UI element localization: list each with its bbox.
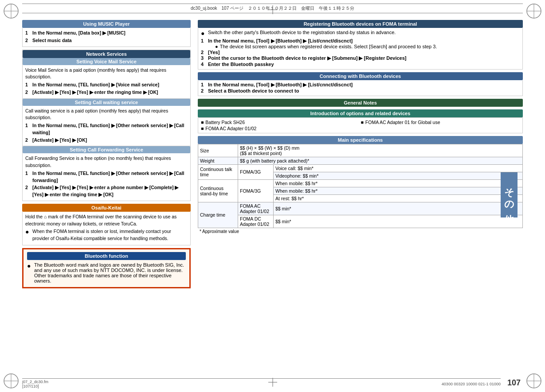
bluetooth-header: Bluetooth function — [27, 252, 186, 260]
specifications-footnote: * Approximate value — [198, 228, 523, 235]
spec-row-standby-1: Continuous stand-by time FOMA/3G When mo… — [198, 179, 523, 187]
footer-left: j07_2_dc30.fm [107/110] — [22, 380, 48, 388]
network-services-header: Network Services — [23, 50, 190, 58]
osaifu-text: Hold the ⌂ mark of the FOMA terminal ove… — [25, 213, 188, 228]
reg-step-4: 4 Enter the Bluetooth passkey — [201, 62, 520, 67]
spec-row-talk-1: Continuous talk time FOMA/3G Voice call:… — [198, 164, 523, 172]
music-step-2-text: Select music data — [32, 37, 188, 44]
connecting-section: Connecting with Bluetooth devices 1 In t… — [198, 72, 523, 96]
introduction-section: Introduction of options and related devi… — [198, 109, 523, 133]
conn-step-1: 1 In the Normal menu, [Tool] ▶ [Bluetoot… — [201, 82, 520, 88]
reg-step-1: 1 In the Normal menu, [Tool] ▶ [Bluetoot… — [201, 38, 520, 49]
footer-bar: j07_2_dc30.fm [107/110] 40300 00320 1000… — [22, 378, 501, 388]
spec-standby-sub: FOMA/3G — [238, 179, 274, 202]
bluetooth-highlight-box: Bluetooth function ● The Bluetooth word … — [22, 248, 191, 288]
footer-right: 40300 00320 10000 021-1 01000 — [442, 382, 501, 386]
registering-content: ● Switch the other party's Bluetooth dev… — [198, 28, 523, 70]
cf-step-2: 2 [Activate] ▶ [Yes] ▶ [Yes] ▶ enter a p… — [25, 184, 188, 198]
call-forwarding-content: Call Forwarding Service is a free option… — [23, 153, 190, 201]
spec-row-weight: Weight $$ g (with battery pack attached)… — [198, 157, 523, 164]
bluetooth-bullet-text: The Bluetooth word mark and logos are ow… — [34, 262, 186, 283]
intro-item-2: ■ FOMA AC Adapter 01 for Global use — [361, 120, 520, 125]
call-forwarding-header: Setting Call Forwarding Service — [23, 146, 190, 153]
spec-standby-mobile1: When mobile: $$ hr* — [274, 179, 523, 187]
spec-talk-voice: Voice call: $$ min* — [274, 164, 523, 172]
left-column: Using MUSIC Player 1 In the Normal menu,… — [22, 20, 191, 370]
conn-step-2: 2 Select a Bluetooth device to connect t… — [201, 88, 520, 93]
center-top-crosshair — [268, 5, 277, 14]
reg-step-3: 3 Point the cursor to the Bluetooth devi… — [201, 55, 520, 61]
call-forwarding-section: Setting Call Forwarding Service Call For… — [23, 146, 190, 201]
call-waiting-content: Call waiting service is a paid option (m… — [23, 106, 190, 147]
corner-top-right — [525, 2, 543, 20]
spec-row-size: Size $$ (H) × $$ (W) × $$ (D) mm($$ at t… — [198, 144, 523, 157]
intro-item-2-text: FOMA AC Adapter 01 for Global use — [365, 120, 440, 125]
spec-weight-value: $$ g (with battery pack attached)* — [238, 157, 523, 164]
spec-charge-label: Charge time — [198, 202, 238, 228]
intro-item-3-text: FOMA AC Adapter 01/02 — [205, 126, 256, 131]
voice-mail-intro: Voice Mail Service is a paid option (mon… — [25, 67, 188, 81]
music-player-section: Using MUSIC Player 1 In the Normal menu,… — [22, 20, 191, 47]
specifications-header: Main specifications — [198, 136, 523, 144]
osaifu-section: Osaifu-Keitai Hold the ⌂ mark of the FOM… — [22, 204, 191, 245]
spec-standby-rest: At rest: $$ hr* — [274, 194, 523, 202]
spec-standby-mobile2: When mobile: $$ hr* — [274, 187, 523, 194]
intro-item-3: ■ FOMA AC Adapter 01/02 — [201, 126, 360, 131]
cw-step-2: 2 [Activate] ▶ [Yes] ▶ [OK] — [25, 137, 188, 144]
voice-mail-section: Setting Voice Mail Service Voice Mail Se… — [23, 58, 190, 99]
main-content: Using MUSIC Player 1 In the Normal menu,… — [22, 20, 523, 370]
registering-section: Registering Bluetooth devices on FOMA te… — [198, 20, 523, 70]
call-forwarding-intro: Call Forwarding Service is a free option… — [25, 155, 188, 169]
connecting-header: Connecting with Bluetooth devices — [198, 72, 523, 80]
connecting-content: 1 In the Normal menu, [Tool] ▶ [Bluetoot… — [198, 80, 523, 96]
spec-charge-ac-val: $$ min* — [274, 202, 523, 215]
general-notes-section: General Notes — [198, 99, 523, 107]
spec-size-label: Size — [198, 144, 238, 157]
osaifu-content: Hold the ⌂ mark of the FOMA terminal ove… — [22, 212, 191, 245]
call-waiting-header: Setting Call waiting service — [23, 99, 190, 106]
right-column: Registering Bluetooth devices on FOMA te… — [198, 20, 523, 370]
voice-mail-content: Voice Mail Service is a paid option (mon… — [23, 65, 190, 99]
registering-header: Registering Bluetooth devices on FOMA te… — [198, 20, 523, 28]
introduction-items: ■ Battery Pack SH26 ■ FOMA AC Adapter 01… — [198, 117, 523, 133]
spec-charge-dc: FOMA DC Adapter 01/02 — [238, 215, 274, 228]
spec-talk-sub: FOMA/3G — [238, 164, 274, 179]
introduction-header: Introduction of options and related devi… — [198, 109, 523, 117]
corner-top-left — [2, 2, 20, 20]
intro-item-1: ■ Battery Pack SH26 — [201, 120, 360, 125]
corner-bottom-right — [525, 372, 543, 390]
page-number: 107 — [507, 378, 521, 388]
bluetooth-section: Bluetooth function ● The Bluetooth word … — [22, 248, 191, 288]
specifications-table: Size $$ (H) × $$ (W) × $$ (D) mm($$ at t… — [198, 144, 523, 228]
spec-talk-label: Continuous talk time — [198, 164, 238, 179]
intro-item-1-text: Battery Pack SH26 — [205, 120, 245, 125]
side-tab-text: その他 — [504, 181, 515, 209]
specifications-section: Main specifications Size $$ (H) × $$ (W)… — [198, 136, 523, 235]
spec-charge-dc-val: $$ min* — [274, 215, 523, 228]
music-player-content: 1 In the Normal menu, [Data box] ▶ [MUSI… — [22, 28, 191, 47]
registering-intro-text: Switch the other party's Bluetooth devic… — [208, 30, 396, 37]
call-waiting-intro: Call waiting service is a paid option (m… — [25, 108, 188, 122]
osaifu-header: Osaifu-Keitai — [22, 204, 191, 212]
bluetooth-bullet: ● The Bluetooth word mark and logos are … — [27, 262, 186, 283]
music-step-2: 2 Select music data — [25, 37, 188, 44]
music-player-header: Using MUSIC Player — [22, 20, 191, 28]
music-step-1: 1 In the Normal menu, [Data box] ▶ [MUSI… — [25, 30, 188, 37]
reg-step-1-sub: ● The device list screen appears when re… — [208, 44, 520, 49]
spec-talk-video: Videophone: $$ min* — [274, 172, 523, 179]
side-tab: その他 — [501, 172, 518, 217]
osaifu-bullet-text: When the FOMA terminal is stolen or lost… — [32, 228, 188, 242]
spec-size-value: $$ (H) × $$ (W) × $$ (D) mm($$ at thicke… — [238, 144, 523, 157]
spec-charge-ac: FOMA AC Adapter 01/02 — [238, 202, 274, 215]
spec-row-charge-2: FOMA DC Adapter 01/02 $$ min* — [198, 215, 523, 228]
reg-step-2: 2 [Yes] — [201, 50, 520, 55]
spec-weight-label: Weight — [198, 157, 238, 164]
step-num-1: 1 — [25, 30, 31, 37]
osaifu-bullet: ● When the FOMA terminal is stolen or lo… — [25, 228, 188, 242]
corner-bottom-left — [2, 372, 20, 390]
cf-step-1: 1 In the Normal menu, [TEL function] ▶ [… — [25, 170, 188, 184]
step-num-2: 2 — [25, 37, 31, 44]
voice-mail-header: Setting Voice Mail Service — [23, 58, 190, 65]
vm-step-2: 2 [Activate] ▶ [Yes] ▶ [Yes] ▶ enter the… — [25, 89, 188, 96]
network-services-section: Network Services Setting Voice Mail Serv… — [22, 50, 191, 201]
